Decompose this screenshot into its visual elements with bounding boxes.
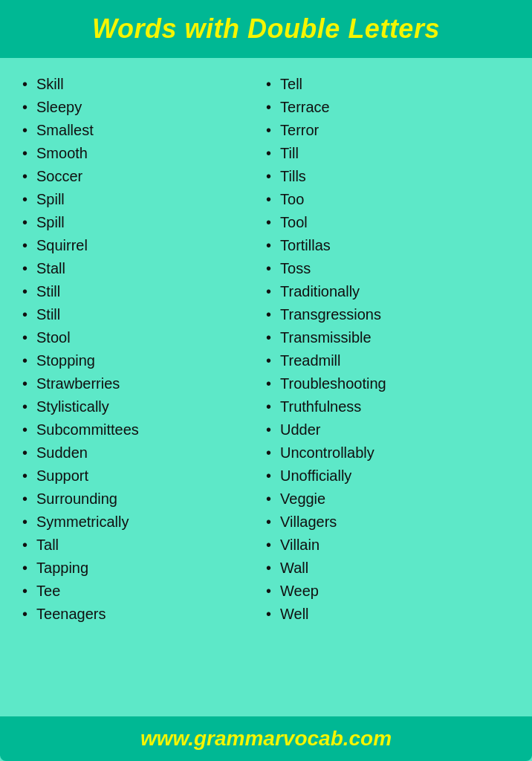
header: Words with Double Letters <box>0 0 532 58</box>
bullet-icon: • <box>266 283 271 300</box>
list-item: •Sudden <box>22 444 266 462</box>
word-text: Smooth <box>36 145 88 162</box>
word-text: Spill <box>36 214 65 231</box>
right-word-list: •Tell•Terrace•Terror•Till•Tills•Too•Tool… <box>266 76 510 629</box>
page-wrapper: Words with Double Letters •Skill•Sleepy•… <box>0 0 532 761</box>
bullet-icon: • <box>266 467 271 485</box>
bullet-icon: • <box>266 214 271 231</box>
word-text: Still <box>36 306 60 323</box>
word-text: Soccer <box>36 168 82 185</box>
list-item: •Villain <box>266 537 510 554</box>
list-item: •Till <box>266 145 510 162</box>
list-item: •Squirrel <box>22 237 266 254</box>
bullet-icon: • <box>266 606 271 623</box>
left-column: •Skill•Sleepy•Smallest•Smooth•Soccer•Spi… <box>22 76 266 702</box>
word-text: Too <box>280 191 304 208</box>
list-item: •Teenagers <box>22 606 266 623</box>
list-item: •Subcommittees <box>22 421 266 438</box>
bullet-icon: • <box>266 514 271 531</box>
list-item: •Toss <box>266 260 510 277</box>
list-item: •Surrounding <box>22 490 266 508</box>
word-text: Squirrel <box>36 237 88 254</box>
word-text: Transgressions <box>280 306 381 323</box>
word-text: Terror <box>280 122 319 139</box>
bullet-icon: • <box>22 375 27 392</box>
word-text: Unofficially <box>280 467 351 485</box>
list-item: •Spill <box>22 214 266 231</box>
bullet-icon: • <box>22 444 27 462</box>
bullet-icon: • <box>22 306 27 323</box>
list-item: •Tapping <box>22 560 266 577</box>
bullet-icon: • <box>266 306 271 323</box>
word-text: Terrace <box>280 99 330 116</box>
word-text: Truthfulness <box>280 398 361 415</box>
bullet-icon: • <box>22 260 27 277</box>
bullet-icon: • <box>22 76 27 93</box>
word-text: Stylistically <box>36 398 109 415</box>
list-item: •Transgressions <box>266 306 510 323</box>
bullet-icon: • <box>22 214 27 231</box>
right-column: •Tell•Terrace•Terror•Till•Tills•Too•Tool… <box>266 76 510 702</box>
list-item: •Support <box>22 467 266 485</box>
bullet-icon: • <box>22 237 27 254</box>
bullet-icon: • <box>22 560 27 577</box>
bullet-icon: • <box>22 122 27 139</box>
word-text: Tortillas <box>280 237 331 254</box>
bullet-icon: • <box>266 168 271 185</box>
word-text: Well <box>280 606 309 623</box>
bullet-icon: • <box>22 537 27 554</box>
list-item: •Unofficially <box>266 467 510 485</box>
word-text: Sleepy <box>36 99 82 116</box>
word-text: Tee <box>36 583 60 600</box>
footer-url: www.grammarvocab.com <box>140 727 392 750</box>
list-item: •Stool <box>22 329 266 346</box>
list-item: •Veggie <box>266 490 510 508</box>
bullet-icon: • <box>266 329 271 346</box>
list-item: •Tall <box>22 537 266 554</box>
bullet-icon: • <box>266 76 271 93</box>
word-text: Till <box>280 145 299 162</box>
word-text: Tool <box>280 214 308 231</box>
bullet-icon: • <box>266 99 271 116</box>
list-item: •Udder <box>266 421 510 438</box>
list-item: •Sleepy <box>22 99 266 116</box>
bullet-icon: • <box>266 444 271 462</box>
bullet-icon: • <box>22 421 27 438</box>
word-text: Udder <box>280 421 320 438</box>
word-text: Villain <box>280 537 319 554</box>
word-text: Weep <box>280 583 319 600</box>
list-item: •Well <box>266 606 510 623</box>
word-text: Stool <box>36 329 71 346</box>
word-text: Stopping <box>36 352 95 369</box>
word-text: Tills <box>280 168 306 185</box>
bullet-icon: • <box>266 398 271 415</box>
bullet-icon: • <box>266 560 271 577</box>
word-text: Subcommittees <box>36 421 139 438</box>
bullet-icon: • <box>22 99 27 116</box>
list-item: •Smallest <box>22 122 266 139</box>
bullet-icon: • <box>22 145 27 162</box>
list-item: •Stall <box>22 260 266 277</box>
bullet-icon: • <box>266 352 271 369</box>
word-text: Stall <box>36 260 65 277</box>
bullet-icon: • <box>266 583 271 600</box>
list-item: •Treadmill <box>266 352 510 369</box>
bullet-icon: • <box>22 168 27 185</box>
list-item: •Transmissible <box>266 329 510 346</box>
list-item: •Skill <box>22 76 266 93</box>
list-item: •Weep <box>266 583 510 600</box>
word-text: Strawberries <box>36 375 120 392</box>
list-item: •Tell <box>266 76 510 93</box>
word-text: Tapping <box>36 560 88 577</box>
bullet-icon: • <box>266 490 271 508</box>
list-item: •Troubleshooting <box>266 375 510 392</box>
left-word-list: •Skill•Sleepy•Smallest•Smooth•Soccer•Spi… <box>22 76 266 629</box>
list-item: •Tortillas <box>266 237 510 254</box>
word-text: Treadmill <box>280 352 341 369</box>
list-item: •Wall <box>266 560 510 577</box>
word-text: Veggie <box>280 490 325 508</box>
bullet-icon: • <box>266 145 271 162</box>
list-item: •Soccer <box>22 168 266 185</box>
list-item: •Traditionally <box>266 283 510 300</box>
bullet-icon: • <box>22 467 27 485</box>
